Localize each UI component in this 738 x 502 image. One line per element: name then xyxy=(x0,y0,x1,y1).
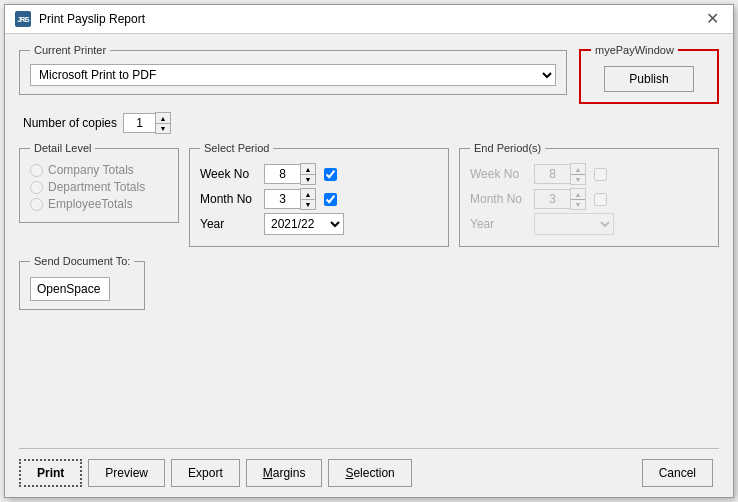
radio-employee-totals-label: EmployeeTotals xyxy=(48,197,133,211)
radio-department-totals: Department Totals xyxy=(30,180,168,194)
month-input[interactable] xyxy=(264,189,300,209)
month-spin-buttons: ▲ ▼ xyxy=(300,188,316,210)
myepaywindow-group: myePayWindow Publish xyxy=(579,44,719,104)
year-label: Year xyxy=(200,217,258,231)
end-year-label: Year xyxy=(470,217,528,231)
end-year-row: Year xyxy=(470,213,708,235)
radio-department-totals-label: Department Totals xyxy=(48,180,145,194)
send-doc-legend: Send Document To: xyxy=(30,255,134,267)
title-bar: JRIS Print Payslip Report ✕ xyxy=(5,5,733,34)
app-icon: JRIS xyxy=(15,11,31,27)
end-period-legend: End Period(s) xyxy=(470,142,545,154)
year-select[interactable]: 2021/222020/212022/23 xyxy=(264,213,344,235)
end-month-spin-buttons: ▲ ▼ xyxy=(570,188,586,210)
dialog-title: Print Payslip Report xyxy=(39,12,694,26)
copies-spin-down[interactable]: ▼ xyxy=(156,123,170,133)
detail-level-group: Detail Level Company Totals Department T… xyxy=(19,142,179,223)
middle-row: Detail Level Company Totals Department T… xyxy=(19,142,719,247)
print-payslip-dialog: JRIS Print Payslip Report ✕ Current Prin… xyxy=(4,4,734,498)
publish-button[interactable]: Publish xyxy=(604,66,694,92)
month-row: Month No ▲ ▼ xyxy=(200,188,438,210)
myepaywindow-legend: myePayWindow xyxy=(591,44,678,56)
radio-company-totals-input[interactable] xyxy=(30,164,43,177)
send-doc-row: Send Document To: OpenSpace xyxy=(19,255,719,310)
end-month-label: Month No xyxy=(470,192,528,206)
selection-underline-s: S xyxy=(345,466,353,480)
end-week-spinner: ▲ ▼ xyxy=(534,163,586,185)
month-checkbox[interactable] xyxy=(324,193,337,206)
bottom-button-row: Print Preview Export MMarginsargins Sele… xyxy=(19,448,719,487)
copies-spinner: ▲ ▼ xyxy=(123,112,171,134)
close-button[interactable]: ✕ xyxy=(702,11,723,27)
month-spin-up[interactable]: ▲ xyxy=(301,189,315,199)
week-checkbox[interactable] xyxy=(324,168,337,181)
end-week-spin-down[interactable]: ▼ xyxy=(571,174,585,184)
end-month-checkbox[interactable] xyxy=(594,193,607,206)
year-row: Year 2021/222020/212022/23 xyxy=(200,213,438,235)
week-label: Week No xyxy=(200,167,258,181)
margins-underline-m: M xyxy=(263,466,273,480)
month-label: Month No xyxy=(200,192,258,206)
week-input[interactable] xyxy=(264,164,300,184)
copies-spin-up[interactable]: ▲ xyxy=(156,113,170,123)
week-spin-buttons: ▲ ▼ xyxy=(300,163,316,185)
copies-spin-buttons: ▲ ▼ xyxy=(155,112,171,134)
cancel-button[interactable]: Cancel xyxy=(642,459,713,487)
end-month-input[interactable] xyxy=(534,189,570,209)
preview-button[interactable]: Preview xyxy=(88,459,165,487)
end-week-label: Week No xyxy=(470,167,528,181)
print-button[interactable]: Print xyxy=(19,459,82,487)
end-period-group: End Period(s) Week No ▲ ▼ Month No xyxy=(459,142,719,247)
copies-row: Number of copies ▲ ▼ xyxy=(23,112,719,134)
end-week-row: Week No ▲ ▼ xyxy=(470,163,708,185)
printer-select[interactable]: Microsoft Print to PDF xyxy=(30,64,556,86)
radio-department-totals-input[interactable] xyxy=(30,181,43,194)
radio-employee-totals: EmployeeTotals xyxy=(30,197,168,211)
end-week-input[interactable] xyxy=(534,164,570,184)
month-spin-down[interactable]: ▼ xyxy=(301,199,315,209)
top-row: Current Printer Microsoft Print to PDF m… xyxy=(19,44,719,104)
end-week-spin-buttons: ▲ ▼ xyxy=(570,163,586,185)
export-button[interactable]: Export xyxy=(171,459,240,487)
radio-company-totals: Company Totals xyxy=(30,163,168,177)
end-year-select[interactable] xyxy=(534,213,614,235)
month-spinner: ▲ ▼ xyxy=(264,188,316,210)
dialog-body: Current Printer Microsoft Print to PDF m… xyxy=(5,34,733,497)
detail-level-legend: Detail Level xyxy=(30,142,95,154)
send-doc-group: Send Document To: OpenSpace xyxy=(19,255,145,310)
select-period-group: Select Period Week No ▲ ▼ Month No xyxy=(189,142,449,247)
week-row: Week No ▲ ▼ xyxy=(200,163,438,185)
week-spin-up[interactable]: ▲ xyxy=(301,164,315,174)
radio-company-totals-label: Company Totals xyxy=(48,163,134,177)
end-week-spin-up[interactable]: ▲ xyxy=(571,164,585,174)
end-month-spin-down[interactable]: ▼ xyxy=(571,199,585,209)
copies-label: Number of copies xyxy=(23,116,117,130)
selection-button[interactable]: Selection xyxy=(328,459,411,487)
end-month-spin-up[interactable]: ▲ xyxy=(571,189,585,199)
openspace-button[interactable]: OpenSpace xyxy=(30,277,110,301)
end-month-row: Month No ▲ ▼ xyxy=(470,188,708,210)
end-week-checkbox[interactable] xyxy=(594,168,607,181)
radio-employee-totals-input[interactable] xyxy=(30,198,43,211)
printer-select-row: Microsoft Print to PDF xyxy=(30,64,556,86)
margins-button[interactable]: MMarginsargins xyxy=(246,459,323,487)
week-spin-down[interactable]: ▼ xyxy=(301,174,315,184)
copies-input[interactable] xyxy=(123,113,155,133)
select-period-legend: Select Period xyxy=(200,142,273,154)
current-printer-group: Current Printer Microsoft Print to PDF xyxy=(19,44,567,95)
end-month-spinner: ▲ ▼ xyxy=(534,188,586,210)
week-spinner: ▲ ▼ xyxy=(264,163,316,185)
current-printer-legend: Current Printer xyxy=(30,44,110,56)
